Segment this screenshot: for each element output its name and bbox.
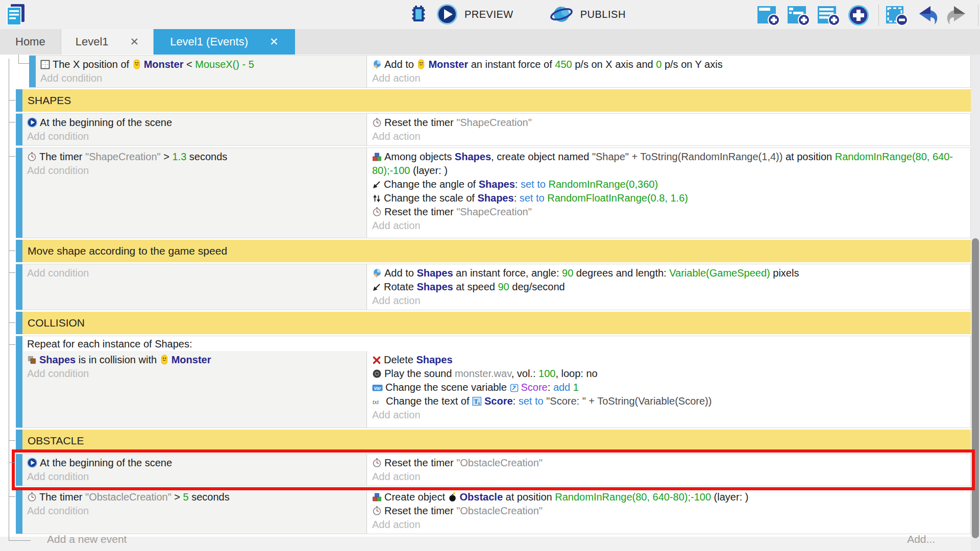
app-logo-icon[interactable] [5,3,27,27]
text-segment: Score [521,382,548,393]
action-line[interactable]: Reset the timer "ObstacleCreation" [372,456,966,470]
event-row-highlighted[interactable]: At the beginning of the sceneAdd conditi… [16,454,971,486]
action-line[interactable]: VarChange the scene variable Score: add … [372,381,966,394]
text-segment: Shapes [455,151,491,162]
add-event-icon[interactable] [757,4,780,27]
add-action[interactable]: Add action [372,219,966,233]
add-action[interactable]: Add action [372,130,966,143]
event-drag-bar[interactable] [16,89,22,112]
add-condition[interactable]: Add condition [40,71,362,85]
action-line[interactable]: Rotate Shapes at speed 90 deg/second [372,280,966,294]
event-row[interactable]: Repeat for each instance of Shapes:Shape… [16,336,971,428]
section-header-row[interactable]: OBSTACLE [16,430,971,452]
event-row[interactable]: At the beginning of the sceneAdd conditi… [16,113,971,146]
event-drag-bar[interactable] [16,336,22,428]
tab-close-icon[interactable]: ✕ [270,36,279,48]
conditions-cell[interactable]: The timer "ShapeCreation" > 1.3 secondsA… [22,148,367,238]
beginning-icon [27,117,37,128]
add-subevent-icon[interactable] [787,4,810,27]
add-action[interactable]: Add action [372,294,966,308]
action-line[interactable]: Delete Shapes [372,353,966,367]
actions-cell[interactable]: Add to Monster an instant force of 450 p… [367,56,970,87]
event-row[interactable]: The X position of Monster < MouseX() - 5… [29,55,971,88]
event-drag-bar[interactable] [16,430,22,452]
text-segment: 1 [573,382,579,393]
action-line[interactable]: Add to Shapes an instant force, angle: 9… [372,266,966,280]
event-drag-bar[interactable] [16,264,22,310]
condition-line[interactable]: The X position of Monster < MouseX() - 5 [40,58,362,71]
actions-cell[interactable]: Add to Shapes an instant force, angle: 9… [367,264,970,310]
add-more-button[interactable]: Add... [907,533,935,545]
actions-cell[interactable]: Among objects Shapes, create object name… [367,148,970,238]
tab-level1[interactable]: Level1✕ [61,29,154,55]
conditions-cell[interactable]: The timer "ObstacleCreation" > 5 seconds… [22,488,367,534]
event-drag-bar[interactable] [16,114,22,145]
event-drag-bar[interactable] [16,454,22,486]
action-line[interactable]: Play the sound monster.wav, vol.: 100, l… [372,367,966,381]
section-header-row[interactable]: COLLISION [16,312,971,334]
add-action[interactable]: Add action [372,518,966,532]
actions-cell[interactable]: Delete ShapesPlay the sound monster.wav,… [367,351,970,428]
add-new-event-button[interactable]: Add a new event [47,533,127,545]
action-line[interactable]: Reset the timer "ShapeCreation" [372,205,966,219]
event-row[interactable]: The timer "ShapeCreation" > 1.3 secondsA… [16,147,971,238]
undo-icon[interactable] [915,4,939,27]
tab-level1-events-[interactable]: Level1 (Events)✕ [154,29,295,55]
force-icon [372,60,382,69]
action-line[interactable]: Reset the timer "ShapeCreation" [372,116,966,130]
shapes-icon [27,355,37,365]
conditions-cell[interactable]: Shapes is in collision with MonsterAdd c… [22,351,367,428]
section-header-row[interactable]: Move shape according to the game speed [16,240,971,262]
condition-line[interactable]: Shapes is in collision with Monster [27,353,362,367]
add-condition[interactable]: Add condition [27,164,362,178]
condition-line[interactable]: The timer "ObstacleCreation" > 5 seconds [27,490,362,504]
tab-home[interactable]: Home [0,29,61,55]
actions-cell[interactable]: Reset the timer "ShapeCreation"Add actio… [367,114,970,145]
event-drag-bar[interactable] [29,56,36,87]
event-drag-bar[interactable] [16,148,22,238]
debug-icon[interactable] [408,4,429,25]
add-action[interactable]: Add action [372,470,966,484]
action-line[interactable]: Create object Obstacle at position Rando… [372,490,966,504]
add-condition[interactable]: Add condition [27,367,362,381]
add-action[interactable]: Add action [372,71,966,85]
add-action[interactable]: Add action [372,408,966,422]
action-line[interactable]: Among objects Shapes, create object name… [372,150,966,178]
event-drag-bar[interactable] [16,312,22,334]
redo-icon[interactable] [946,4,969,27]
publish-button[interactable]: PUBLISH [549,4,626,25]
action-line[interactable]: Add to Monster an instant force of 450 p… [372,58,966,71]
foreach-title[interactable]: Repeat for each instance of Shapes: [22,336,970,351]
conditions-cell[interactable]: Add condition [22,264,367,310]
event-row[interactable]: The timer "ObstacleCreation" > 5 seconds… [16,488,971,534]
event-drag-bar[interactable] [16,240,22,262]
add-condition[interactable]: Add condition [27,130,362,143]
add-condition[interactable]: Add condition [27,266,362,280]
actions-cell[interactable]: Create object Obstacle at position Rando… [367,488,970,534]
add-circle-icon[interactable] [847,4,870,27]
conditions-cell[interactable]: At the beginning of the sceneAdd conditi… [22,454,367,486]
action-line[interactable]: Reset the timer "ObstacleCreation" [372,504,966,518]
conditions-cell[interactable]: At the beginning of the sceneAdd conditi… [22,114,367,145]
action-line[interactable]: Change the scale of Shapes: set to Rando… [372,191,966,205]
event-row[interactable]: Add conditionAdd to Shapes an instant fo… [16,264,971,310]
add-condition[interactable]: Add condition [27,470,362,484]
delete-event-icon[interactable] [885,4,908,27]
condition-line[interactable]: At the beginning of the scene [27,456,362,470]
condition-line[interactable]: At the beginning of the scene [27,116,362,130]
text-segment: RandomInRange(80, 640-80);-100 [555,491,711,503]
vertical-scrollbar[interactable] [971,55,980,551]
actions-cell[interactable]: Reset the timer "ObstacleCreation"Add ac… [367,454,970,486]
add-condition[interactable]: Add condition [27,504,362,518]
add-comment-icon[interactable] [817,4,840,27]
text-segment: , loop: [555,368,586,379]
section-header-row[interactable]: SHAPES [16,89,971,112]
action-line[interactable]: Change the angle of Shapes: set to Rando… [372,178,966,191]
action-line[interactable]: txtChange the text of TxScore: set to "S… [372,394,966,408]
tab-close-icon[interactable]: ✕ [130,36,139,48]
conditions-cell[interactable]: The X position of Monster < MouseX() - 5… [36,56,367,87]
event-drag-bar[interactable] [16,488,22,534]
condition-line[interactable]: The timer "ShapeCreation" > 1.3 seconds [27,150,362,164]
scrollbar-thumb[interactable] [972,238,979,538]
preview-button[interactable]: PREVIEW [436,4,513,25]
